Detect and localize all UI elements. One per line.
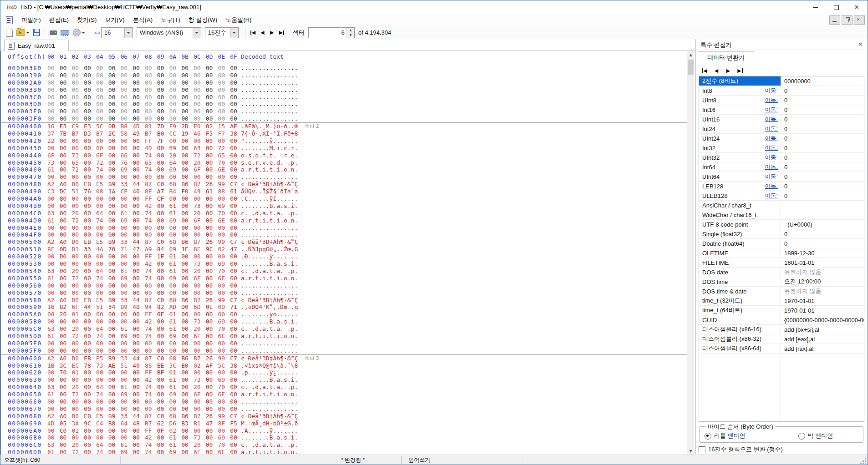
hex-byte[interactable]: D0 <box>72 355 84 362</box>
hex-byte[interactable]: 00 <box>84 441 96 449</box>
hex-byte[interactable]: 74 <box>145 449 157 455</box>
hex-byte[interactable]: 00 <box>230 333 242 340</box>
hex-byte[interactable]: 00 <box>84 268 96 275</box>
hex-byte[interactable]: F5 <box>206 130 218 137</box>
hex-byte[interactable]: 00 <box>218 340 230 347</box>
hex-byte[interactable]: 0D <box>60 246 72 253</box>
hex-byte[interactable]: 00 <box>206 333 218 340</box>
hex-row[interactable]: 00000580 A2A0D0EBE5B9334487C068B6B72699C… <box>1 297 687 304</box>
hex-byte[interactable]: 73 <box>194 318 206 325</box>
hex-byte[interactable]: 00 <box>218 72 230 79</box>
hex-row[interactable]: 00000610 1B3CEC7873AE514086EE5CE002AF5C3… <box>1 362 687 369</box>
hex-byte[interactable]: AF <box>206 362 218 369</box>
hex-byte[interactable]: 00 <box>194 427 206 435</box>
hex-byte[interactable]: B7 <box>72 130 84 137</box>
hex-byte[interactable]: D1 <box>72 246 84 253</box>
hex-byte[interactable]: 00 <box>60 115 72 122</box>
hex-byte[interactable]: 88 <box>218 188 230 195</box>
hex-decoded[interactable]: a.r.t.i.t.i.o.n. <box>241 449 298 455</box>
hex-offset[interactable]: 00000600 <box>8 355 42 362</box>
hex-byte[interactable]: 00 <box>169 115 182 122</box>
hex-byte[interactable]: EB <box>84 238 96 246</box>
inspector-value[interactable]: 0 <box>781 96 864 105</box>
hex-byte[interactable]: 00 <box>84 398 96 405</box>
hex-byte[interactable]: 00 <box>84 333 96 340</box>
hex-byte[interactable]: 20 <box>194 441 206 449</box>
hex-byte[interactable]: 02 <box>206 123 218 130</box>
hex-byte[interactable]: 00 <box>121 173 133 181</box>
hex-byte[interactable]: 00 <box>206 101 218 108</box>
hex-byte[interactable]: 00 <box>218 195 230 202</box>
hex-byte[interactable]: 00 <box>230 369 242 376</box>
hex-byte[interactable]: 00 <box>84 231 96 238</box>
hex-byte[interactable]: 68 <box>169 355 182 362</box>
hex-byte[interactable]: 00 <box>206 159 218 167</box>
hex-byte[interactable]: 3A <box>72 420 84 427</box>
hex-byte[interactable]: 00 <box>145 108 157 115</box>
inspector-value[interactable]: 0 <box>781 134 864 143</box>
hex-row[interactable]: 000003C0 0000000000000000000000000000000… <box>1 94 687 101</box>
hex-byte[interactable]: 72 <box>72 449 84 455</box>
hex-byte[interactable]: 00 <box>133 268 145 275</box>
hex-byte[interactable]: 73 <box>194 376 206 384</box>
hex-byte[interactable]: 00 <box>145 231 157 238</box>
hex-offset[interactable]: 00000410 <box>8 130 42 137</box>
hex-decoded[interactable]: a.r.t.i.t.i.o.n. <box>241 166 298 173</box>
hex-byte[interactable]: 87 <box>145 355 157 362</box>
hex-byte[interactable]: 00 <box>108 72 121 79</box>
hex-byte[interactable]: 00 <box>218 253 230 260</box>
hex-byte[interactable]: 00 <box>72 289 84 297</box>
hex-byte[interactable]: 00 <box>121 115 133 122</box>
hex-offset[interactable]: 00000610 <box>8 362 42 369</box>
hex-byte[interactable]: 00 <box>133 434 145 441</box>
hex-byte[interactable]: 66 <box>121 152 133 159</box>
hex-byte[interactable]: 00 <box>72 145 84 152</box>
hex-byte[interactable]: 00 <box>230 86 242 94</box>
hex-byte[interactable]: 87 <box>145 181 157 188</box>
hex-byte[interactable]: 00 <box>230 72 242 79</box>
hex-byte[interactable]: 20 <box>72 441 84 449</box>
hex-offset[interactable]: 000005C0 <box>8 325 42 333</box>
hex-decoded[interactable]: ................ <box>241 65 298 72</box>
hex-offset[interactable]: 00000440 <box>8 152 42 159</box>
hex-byte[interactable]: 00 <box>157 217 169 224</box>
hex-byte[interactable]: 00 <box>181 289 194 297</box>
hex-byte[interactable]: 61 <box>169 434 182 441</box>
hex-byte[interactable]: 00 <box>108 347 121 354</box>
hex-row[interactable]: 000005B0 0000000000000000420061007300690… <box>1 318 687 325</box>
hex-byte[interactable]: 00 <box>47 108 60 115</box>
hex-byte[interactable]: 00 <box>181 159 194 167</box>
hex-decoded[interactable]: ................ <box>241 224 298 232</box>
hex-byte[interactable]: 00 <box>72 340 84 347</box>
hex-byte[interactable]: 00 <box>169 340 182 347</box>
hex-decoded[interactable]: ................ <box>241 115 298 122</box>
hex-offset[interactable]: 00000390 <box>8 72 42 79</box>
hex-byte[interactable]: 00 <box>96 79 108 86</box>
hex-byte[interactable]: 0E <box>206 303 218 311</box>
hex-byte[interactable]: 00 <box>108 275 121 282</box>
hex-byte[interactable]: 61 <box>169 318 182 325</box>
hex-byte[interactable]: 61 <box>47 449 60 455</box>
hex-byte[interactable]: 00 <box>157 202 169 210</box>
hex-byte[interactable]: 00 <box>218 347 230 354</box>
hex-byte[interactable]: 00 <box>47 340 60 347</box>
hex-byte[interactable]: 00 <box>181 210 194 217</box>
hex-byte[interactable]: 00 <box>157 449 169 455</box>
hex-byte[interactable]: 2C <box>108 130 121 137</box>
hex-byte[interactable]: 00 <box>145 405 157 413</box>
hex-byte[interactable]: 00 <box>121 224 133 232</box>
hex-byte[interactable]: 00 <box>84 72 96 79</box>
hex-byte[interactable]: AD <box>169 303 182 311</box>
hex-byte[interactable]: C0 <box>60 427 72 435</box>
hex-byte[interactable]: 00 <box>96 427 108 435</box>
hex-byte[interactable]: 00 <box>108 391 121 398</box>
hex-byte[interactable]: 00 <box>181 101 194 108</box>
hex-byte[interactable]: 00 <box>60 289 72 297</box>
hex-byte[interactable]: 70 <box>218 268 230 275</box>
hex-byte[interactable]: 00 <box>169 195 182 202</box>
menu-item[interactable]: 창 설정(W) <box>184 14 222 26</box>
hex-byte[interactable]: 00 <box>230 65 242 72</box>
hex-byte[interactable]: 72 <box>72 333 84 340</box>
hex-byte[interactable]: 00 <box>84 449 96 455</box>
hex-byte[interactable]: 42 <box>145 318 157 325</box>
